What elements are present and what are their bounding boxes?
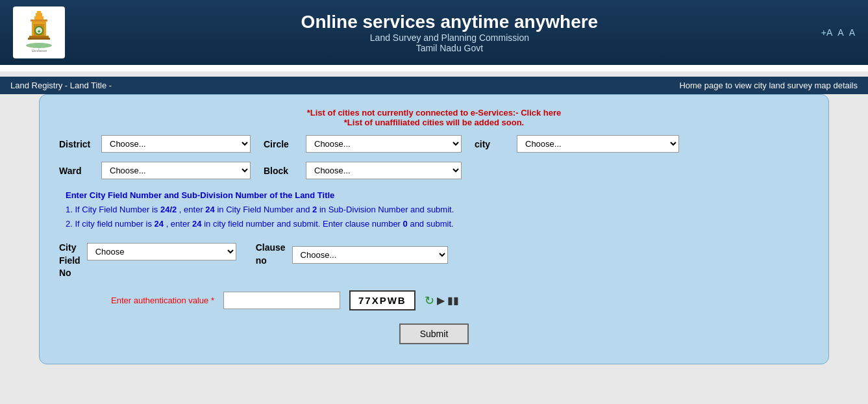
clause-no-label: Clauseno [256, 242, 286, 267]
font-normal-button[interactable]: A [837, 27, 843, 38]
site-title: Online services anytime anywhere [78, 12, 821, 32]
auth-row: Enter authentication value * 77XPWB ↻ ▶ … [59, 290, 809, 310]
city-field-no-select[interactable]: Choose [87, 243, 236, 260]
svg-rect-7 [29, 36, 49, 38]
captcha-controls: ↻ ▶ ▮▮ [425, 294, 459, 308]
city-label: city [475, 139, 510, 149]
svg-rect-4 [31, 19, 47, 21]
alert-line2: *List of unaffiliated cities will be add… [59, 118, 809, 127]
city-field-row: CityFieldNo Choose Clauseno Choose... [59, 242, 809, 280]
breadcrumb-left: Land Registry - Land Title - [10, 81, 112, 90]
city-select[interactable]: Choose... [517, 135, 679, 153]
auth-input[interactable] [223, 292, 340, 309]
font-controls: +A A A [821, 27, 855, 38]
header-text-block: Online services anytime anywhere Land Su… [78, 12, 821, 53]
auth-label: Enter authentication value * [111, 296, 214, 305]
block-group: Block Choose... [264, 162, 462, 179]
auth-required-star: * [211, 296, 214, 305]
svg-text:✦: ✦ [37, 29, 41, 34]
city-field-no-group: CityFieldNo Choose [59, 242, 236, 280]
font-decrease-button[interactable]: A [849, 27, 855, 38]
page-header: ✦ சென்னை Online services anytime anywher… [0, 0, 868, 65]
form-row-2: Ward Choose... Block Choose... [59, 162, 809, 179]
main-form-panel: *List of cities not currently connected … [39, 94, 829, 364]
form-row-1: District Choose... Circle Choose... city… [59, 135, 809, 153]
city-field-no-label: CityFieldNo [59, 242, 81, 280]
city-group: city Choose... [475, 135, 679, 153]
alert-line1[interactable]: *List of cities not currently connected … [59, 108, 809, 118]
district-group: District Choose... [59, 135, 251, 153]
header-gap [0, 65, 868, 71]
district-label: District [59, 139, 95, 149]
site-subtitle2: Tamil Nadu Govt [78, 43, 821, 53]
logo-container: ✦ சென்னை [13, 6, 65, 58]
emblem-icon: ✦ சென்னை [16, 10, 62, 55]
instructions-line1: 1. If City Field Number is 24/2 , enter … [66, 203, 809, 217]
captcha-display: 77XPWB [349, 290, 415, 310]
alert-block: *List of cities not currently connected … [59, 108, 809, 127]
clause-group: Clauseno Choose... [256, 242, 448, 267]
site-subtitle1: Land Survey and Planning Commission [78, 32, 821, 43]
breadcrumb-bar: Land Registry - Land Title - Home page t… [0, 77, 868, 94]
district-select[interactable]: Choose... [101, 135, 251, 153]
svg-rect-3 [37, 11, 41, 14]
circle-select[interactable]: Choose... [306, 135, 462, 153]
breadcrumb-right[interactable]: Home page to view city land survey map d… [679, 81, 858, 90]
instructions-line2: 2. If city field number is 24 , enter 24… [66, 217, 809, 231]
ward-label: Ward [59, 166, 95, 176]
ward-group: Ward Choose... [59, 162, 251, 179]
instructions-heading: Enter City Field Number and Sub-Division… [66, 188, 809, 203]
circle-group: Circle Choose... [264, 135, 462, 153]
svg-point-12 [26, 43, 52, 48]
block-label: Block [264, 166, 299, 176]
ward-select[interactable]: Choose... [101, 162, 251, 179]
captcha-play-icon[interactable]: ▶ [437, 294, 445, 307]
submit-row: Submit [59, 323, 809, 344]
captcha-pause-icon[interactable]: ▮▮ [447, 294, 459, 307]
svg-text:சென்னை: சென்னை [32, 49, 47, 53]
block-select[interactable]: Choose... [306, 162, 462, 179]
circle-label: Circle [264, 139, 299, 149]
clause-no-select[interactable]: Choose... [292, 246, 448, 264]
captcha-refresh-icon[interactable]: ↻ [425, 294, 434, 308]
font-increase-button[interactable]: +A [821, 27, 833, 38]
submit-button[interactable]: Submit [399, 323, 469, 344]
instructions-block: Enter City Field Number and Sub-Division… [66, 188, 809, 231]
svg-rect-8 [28, 38, 50, 40]
